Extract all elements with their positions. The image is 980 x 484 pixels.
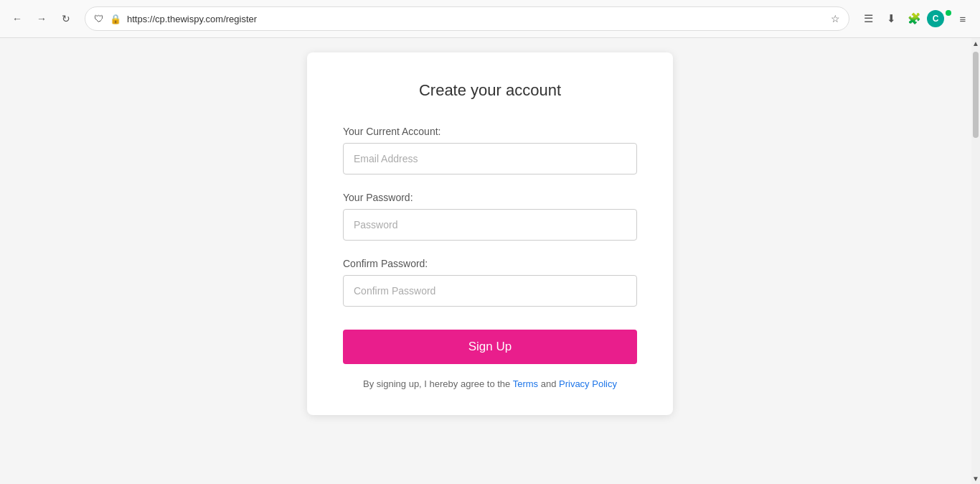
scrollbar-down-arrow[interactable]: ▼ (971, 473, 980, 484)
signup-button[interactable]: Sign Up (343, 330, 637, 364)
scrollbar[interactable]: ▲ ▼ (971, 38, 980, 484)
refresh-button[interactable]: ↻ (56, 9, 76, 29)
registration-card: Create your account Your Current Account… (307, 52, 673, 415)
extensions-icon: 🧩 (908, 12, 921, 25)
password-label: Your Password: (343, 192, 637, 203)
password-group: Your Password: (343, 192, 637, 241)
download-button[interactable]: ⬇ (881, 9, 901, 29)
scrollbar-up-arrow[interactable]: ▲ (971, 38, 980, 49)
bookmark-icon[interactable]: ☆ (831, 13, 840, 24)
confirm-password-input[interactable] (343, 275, 637, 307)
email-group: Your Current Account: (343, 126, 637, 174)
terms-link[interactable]: Terms (513, 378, 538, 389)
email-label: Your Current Account: (343, 126, 637, 137)
password-input[interactable] (343, 209, 637, 241)
more-menu-button[interactable]: ≡ (953, 9, 973, 29)
tos-text: By signing up, I hereby agree to the Ter… (343, 378, 637, 389)
url-input[interactable] (127, 14, 825, 24)
card-title: Create your account (343, 81, 637, 100)
shield-icon: 🛡 (94, 13, 104, 24)
privacy-policy-link[interactable]: Privacy Policy (559, 378, 617, 389)
forward-button[interactable]: → (32, 9, 52, 29)
browser-chrome: ← → ↻ 🛡 🔒 ☆ ☰ ⬇ 🧩 C ≡ (0, 0, 980, 38)
page-content: ▲ ▼ Create your account Your Current Acc… (0, 38, 980, 484)
confirm-password-label: Confirm Password: (343, 258, 637, 269)
tos-prefix: By signing up, I hereby agree to the (363, 378, 513, 389)
reader-view-button[interactable]: ☰ (858, 9, 878, 29)
back-button[interactable]: ← (7, 9, 27, 29)
lock-icon: 🔒 (110, 14, 121, 24)
more-icon: ≡ (960, 13, 966, 25)
tos-and: and (538, 378, 559, 389)
toolbar-right: ☰ ⬇ 🧩 C ≡ (858, 9, 973, 29)
profile-button[interactable]: C (927, 10, 944, 27)
notification-dot (946, 10, 951, 16)
email-input[interactable] (343, 143, 637, 174)
extensions-button[interactable]: 🧩 (904, 9, 924, 29)
reader-icon: ☰ (864, 12, 873, 25)
confirm-password-group: Confirm Password: (343, 258, 637, 307)
scrollbar-thumb[interactable] (973, 52, 979, 138)
download-icon: ⬇ (887, 12, 896, 25)
browser-toolbar: ← → ↻ 🛡 🔒 ☆ ☰ ⬇ 🧩 C ≡ (0, 0, 980, 37)
address-bar[interactable]: 🛡 🔒 ☆ (85, 6, 849, 31)
